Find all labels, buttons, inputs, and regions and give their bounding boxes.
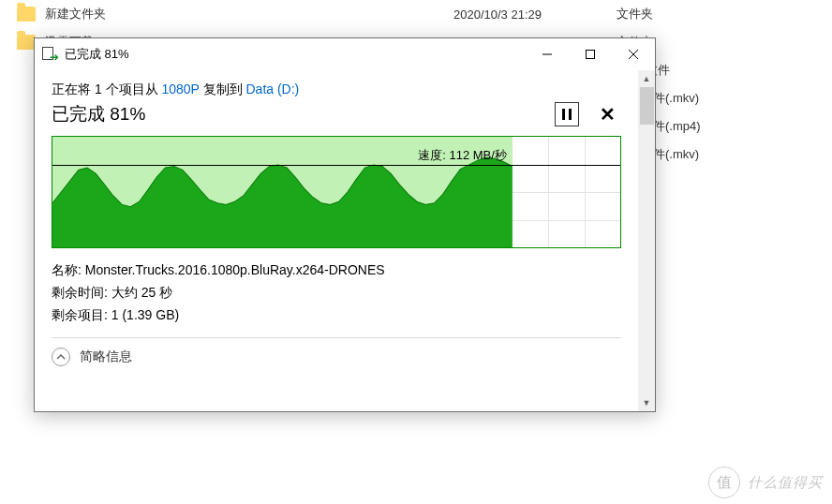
speed-chart: 速度: 112 MB/秒	[52, 136, 621, 248]
time-value: 大约 25 秒	[111, 285, 172, 300]
folder-icon	[17, 7, 36, 22]
chevron-up-icon	[52, 348, 70, 366]
watermark-text: 什么值得买	[748, 474, 823, 492]
name-label: 名称:	[52, 262, 85, 277]
titlebar[interactable]: ➔ 已完成 81%	[35, 38, 655, 70]
pause-button[interactable]	[555, 102, 579, 126]
cancel-button[interactable]: ✕	[594, 103, 621, 126]
maximize-button[interactable]	[569, 39, 612, 69]
from-mid: 复制到	[200, 82, 246, 96]
items-value: 1 (1.39 GB)	[111, 307, 179, 322]
chart-speed-line	[52, 165, 620, 166]
scroll-down-icon[interactable]: ▼	[638, 394, 655, 411]
transfer-details: 名称: Monster.Trucks.2016.1080p.BluRay.x26…	[52, 259, 621, 326]
watermark-badge: 值	[708, 467, 740, 498]
divider	[52, 337, 621, 338]
chart-speed-label: 速度: 112 MB/秒	[416, 146, 509, 165]
scrollbar[interactable]: ▲ ▼	[638, 70, 655, 411]
copy-dialog: ➔ 已完成 81% 正在将 1 个项目从 1080P 复制到 Data (D:)…	[34, 37, 656, 412]
scroll-thumb[interactable]	[640, 87, 654, 125]
file-type: 文件夹	[588, 6, 832, 22]
dest-link[interactable]: Data (D:)	[245, 82, 299, 96]
from-prefix: 正在将 1 个项目从	[52, 82, 161, 96]
more-info-toggle[interactable]: 简略信息	[52, 348, 621, 366]
svg-marker-4	[52, 157, 513, 247]
minimize-button[interactable]	[526, 39, 569, 69]
more-info-label: 简略信息	[80, 348, 132, 365]
folder-icon	[17, 35, 36, 50]
dialog-title: 已完成 81%	[65, 46, 129, 63]
copy-icon: ➔	[42, 47, 57, 62]
file-row[interactable]: 新建文件夹 2020/10/3 21:29 文件夹	[0, 0, 832, 28]
progress-title: 已完成 81%	[52, 102, 145, 126]
chart-remaining	[513, 137, 620, 247]
scroll-up-icon[interactable]: ▲	[638, 70, 655, 87]
name-value: Monster.Trucks.2016.1080p.BluRay.x264-DR…	[85, 262, 385, 277]
time-label: 剩余时间:	[52, 285, 111, 300]
file-name: 新建文件夹	[45, 6, 401, 22]
source-link[interactable]: 1080P	[161, 82, 199, 96]
copy-from-to: 正在将 1 个项目从 1080P 复制到 Data (D:)	[52, 82, 621, 98]
items-label: 剩余项目:	[52, 307, 111, 322]
close-button[interactable]	[612, 39, 655, 69]
watermark: 值 什么值得买	[708, 467, 823, 498]
file-date: 2020/10/3 21:29	[401, 7, 588, 22]
svg-rect-1	[587, 51, 595, 59]
